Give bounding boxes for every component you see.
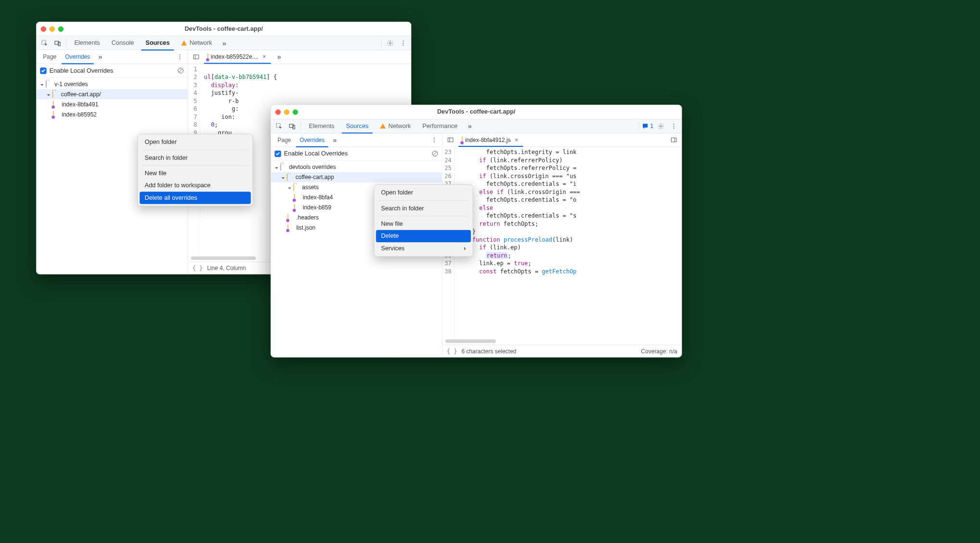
tree-root[interactable]: v-1 overrides [37,79,188,89]
subtab-overrides[interactable]: Overrides [295,133,329,147]
svg-point-6 [403,44,404,45]
enable-overrides-label: Enable Local Overrides [284,150,348,157]
ctx-add-folder-to-workspace[interactable]: Add folder to workspace [140,180,251,192]
device-toggle-icon[interactable] [286,120,298,132]
selection-info: 6 characters selected [461,348,516,355]
kebab-icon[interactable] [668,120,679,132]
minimize-window-button[interactable] [284,109,289,115]
svg-rect-11 [193,55,199,59]
subtab-overrides[interactable]: Overrides [61,50,94,64]
svg-point-21 [433,142,434,142]
svg-point-3 [389,42,391,44]
window-title: DevTools - coffee-cart.app/ [271,108,682,116]
tab-elements[interactable]: Elements [304,119,340,133]
context-menu: Open folder Search in folder New file Ad… [138,134,253,206]
more-tabs-icon[interactable]: » [464,120,475,132]
ctx-search-in-folder[interactable]: Search in folder [376,202,471,215]
close-tab-icon[interactable]: × [261,53,267,61]
svg-rect-24 [671,138,676,142]
main-toolbar: Elements Sources Network Performance » 1 [271,119,682,133]
tree-file[interactable]: index-b85952 [37,109,188,119]
kebab-icon[interactable] [397,37,409,49]
ctx-open-folder[interactable]: Open folder [376,187,471,199]
ctx-open-folder[interactable]: Open folder [140,136,251,149]
svg-point-4 [403,40,404,41]
clear-icon[interactable] [177,67,184,74]
svg-point-18 [673,128,674,129]
horizontal-scrollbar[interactable] [445,339,679,344]
settings-icon[interactable] [655,120,666,132]
editor-tab[interactable]: index-8bfa4912.js× [458,133,523,146]
kebab-icon[interactable] [428,134,440,146]
toggle-sidebar-icon[interactable] [445,134,456,146]
tab-sources[interactable]: Sources [140,36,175,50]
more-editor-tabs-icon[interactable]: » [273,51,285,63]
more-tabs-icon[interactable]: » [218,37,230,49]
subtab-page[interactable]: Page [273,133,295,147]
toggle-right-sidebar-icon[interactable] [668,134,679,146]
close-window-button[interactable] [41,26,46,31]
toggle-sidebar-icon[interactable] [190,51,202,63]
enable-overrides-label: Enable Local Overrides [50,67,114,74]
tab-network[interactable]: Network [176,36,217,50]
clear-icon[interactable] [432,150,438,157]
editor-tab[interactable]: index-b859522e....× [204,51,271,64]
warning-icon [380,124,386,129]
titlebar: DevTools - coffee-cart.app/ [37,22,411,36]
tab-console[interactable]: Console [106,36,139,50]
cursor-position: Line 4, Column [207,265,246,272]
maximize-window-button[interactable] [58,26,64,31]
ctx-delete-all-overrides[interactable]: Delete all overrides [140,192,251,204]
ctx-new-file[interactable]: New file [376,218,471,230]
context-menu: Open folder Search in folder New file De… [374,184,473,257]
inspect-icon[interactable] [38,37,50,49]
svg-rect-2 [58,42,60,46]
svg-point-17 [673,126,674,127]
tree-file[interactable]: index-8bfa491 [37,99,188,109]
inspect-icon[interactable] [273,120,285,132]
tree-folder-domain[interactable]: coffee-cart.app/ [37,89,188,99]
chevron-right-icon: › [464,245,466,252]
maximize-window-button[interactable] [293,109,298,115]
tab-sources[interactable]: Sources [341,119,374,133]
svg-point-9 [179,58,180,59]
titlebar: DevTools - coffee-cart.app/ [271,105,682,119]
svg-point-5 [403,42,404,43]
main-toolbar: Elements Console Sources Network » [37,36,411,50]
svg-point-19 [433,138,434,139]
enable-overrides-checkbox[interactable] [40,67,47,74]
svg-point-16 [673,124,674,125]
svg-point-15 [660,125,662,127]
device-toggle-icon[interactable] [51,37,63,49]
svg-rect-23 [448,138,453,142]
minimize-window-button[interactable] [50,26,55,31]
tree-folder-domain[interactable]: coffee-cart.app [271,172,442,182]
messages-icon[interactable]: 1 [642,120,653,132]
kebab-icon[interactable] [174,51,186,63]
tab-performance[interactable]: Performance [417,119,462,133]
more-subtabs-icon[interactable]: » [329,134,341,146]
pretty-print-icon[interactable]: { } [447,348,458,354]
subtab-page[interactable]: Page [38,50,61,64]
window-title: DevTools - coffee-cart.app/ [37,26,411,33]
ctx-new-file[interactable]: New file [140,167,251,180]
svg-point-20 [433,140,434,141]
tab-network[interactable]: Network [375,119,416,133]
ctx-services[interactable]: Services› [376,242,471,255]
ctx-search-in-folder[interactable]: Search in folder [140,152,251,164]
ctx-delete[interactable]: Delete [376,230,471,243]
more-subtabs-icon[interactable]: » [94,51,106,63]
tree-root[interactable]: devtools overrides [271,162,442,172]
svg-point-7 [179,54,180,55]
tab-elements[interactable]: Elements [69,36,105,50]
pretty-print-icon[interactable]: { } [192,265,203,272]
coverage-info: Coverage: n/a [641,348,677,355]
svg-rect-14 [293,125,295,129]
close-tab-icon[interactable]: × [513,136,520,143]
warning-icon [181,40,187,46]
settings-icon[interactable] [384,37,396,49]
svg-point-8 [179,56,180,57]
enable-overrides-checkbox[interactable] [275,150,281,157]
close-window-button[interactable] [275,109,280,115]
